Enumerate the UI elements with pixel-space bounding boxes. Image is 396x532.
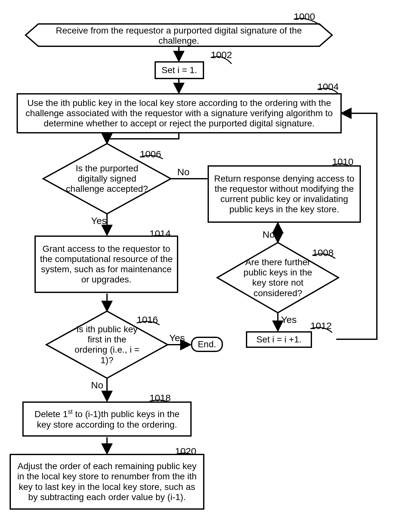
- process-1012: Set i = i +1.: [246, 331, 312, 348]
- label-1010: 1010: [332, 156, 354, 168]
- decision-1006-text: Is the purported digitally signed challe…: [65, 163, 148, 194]
- terminator-1000-text: Receive from the requestor a purported d…: [38, 26, 319, 46]
- label-1002: 1002: [211, 49, 232, 61]
- label-1004: 1004: [317, 81, 339, 93]
- label-1000: 1000: [294, 11, 315, 22]
- edge-yes-1008: Yes: [281, 314, 297, 326]
- process-1020-text: Adjust the order of each remaining publi…: [15, 461, 199, 502]
- edge-no-1006: No: [177, 167, 189, 178]
- process-1018-text: Delete 1st to (i-1)th public keys in the…: [27, 408, 187, 430]
- process-1014-text: Grant access to the requestor to the com…: [40, 244, 173, 285]
- process-1004: Use the ith public key in the local key …: [17, 93, 342, 133]
- t1018a: Delete 1: [34, 409, 68, 419]
- process-1014: Grant access to the requestor to the com…: [34, 236, 178, 293]
- edge-yes-1016: Yes: [169, 333, 185, 344]
- process-1002: Set i = 1.: [155, 61, 204, 79]
- terminator-end: End.: [191, 337, 223, 352]
- label-1012: 1012: [310, 320, 332, 332]
- terminator-end-text: End.: [198, 339, 216, 349]
- edge-no-1016: No: [91, 380, 103, 391]
- label-1014: 1014: [149, 228, 171, 239]
- decision-1016-text: Is ith public key first in the ordering …: [70, 324, 144, 365]
- edge-no-1008: No: [263, 229, 275, 240]
- label-1008: 1008: [312, 247, 334, 259]
- process-1002-text: Set i = 1.: [162, 65, 197, 75]
- label-1020: 1020: [175, 446, 196, 457]
- edge-yes-1006: Yes: [91, 215, 107, 227]
- t1018b: st: [68, 408, 72, 415]
- label-1018: 1018: [149, 393, 171, 404]
- process-1018: Delete 1st to (i-1)th public keys in the…: [22, 401, 192, 437]
- process-1012-text: Set i = i +1.: [256, 334, 302, 345]
- label-1006: 1006: [140, 149, 161, 160]
- decision-1008-text: Are there further public keys in the key…: [238, 257, 318, 298]
- process-1004-text: Use the ith public key in the local key …: [22, 98, 337, 129]
- label-1016: 1016: [137, 314, 158, 326]
- process-1020: Adjust the order of each remaining publi…: [10, 454, 204, 510]
- process-1010: Return response denying access to the re…: [208, 165, 361, 223]
- process-1010-text: Return response denying access to the re…: [213, 174, 356, 215]
